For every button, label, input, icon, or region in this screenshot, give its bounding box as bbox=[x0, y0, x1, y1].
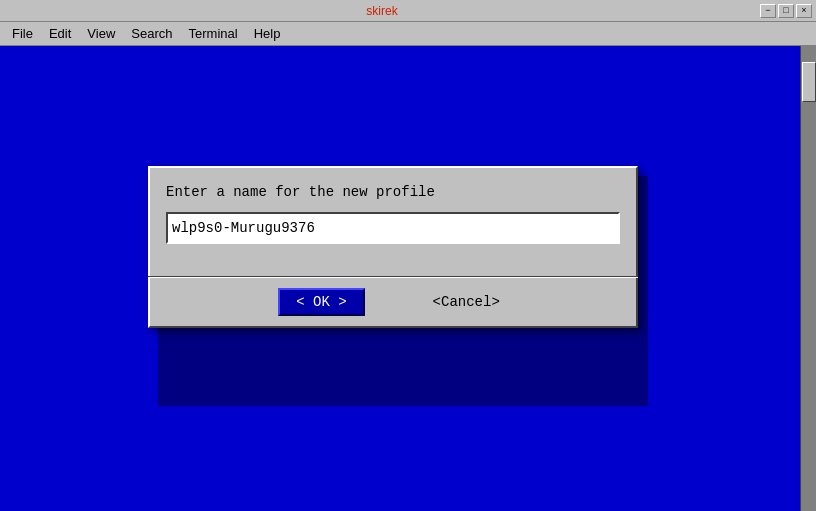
menu-help[interactable]: Help bbox=[246, 24, 289, 43]
scrollbar-thumb[interactable] bbox=[802, 62, 816, 102]
menu-bar: File Edit View Search Terminal Help bbox=[0, 22, 816, 46]
dialog: Enter a name for the new profile < OK > … bbox=[148, 166, 638, 328]
dialog-spacer bbox=[166, 244, 620, 260]
scrollbar[interactable] bbox=[800, 46, 816, 511]
window-controls: − □ × bbox=[760, 4, 812, 18]
app-title: skirek bbox=[4, 4, 760, 18]
menu-file[interactable]: File bbox=[4, 24, 41, 43]
dialog-content: Enter a name for the new profile bbox=[150, 168, 636, 276]
dialog-buttons: < OK > <Cancel> bbox=[150, 278, 636, 326]
menu-terminal[interactable]: Terminal bbox=[181, 24, 246, 43]
main-area: Enter a name for the new profile < OK > … bbox=[0, 46, 816, 511]
close-button[interactable]: × bbox=[796, 4, 812, 18]
title-bar: skirek − □ × bbox=[0, 0, 816, 22]
minimize-button[interactable]: − bbox=[760, 4, 776, 18]
ok-button[interactable]: < OK > bbox=[278, 288, 364, 316]
menu-view[interactable]: View bbox=[79, 24, 123, 43]
menu-search[interactable]: Search bbox=[123, 24, 180, 43]
cancel-button[interactable]: <Cancel> bbox=[425, 290, 508, 314]
maximize-button[interactable]: □ bbox=[778, 4, 794, 18]
profile-name-input[interactable] bbox=[166, 212, 620, 244]
dialog-prompt: Enter a name for the new profile bbox=[166, 184, 620, 200]
menu-edit[interactable]: Edit bbox=[41, 24, 79, 43]
